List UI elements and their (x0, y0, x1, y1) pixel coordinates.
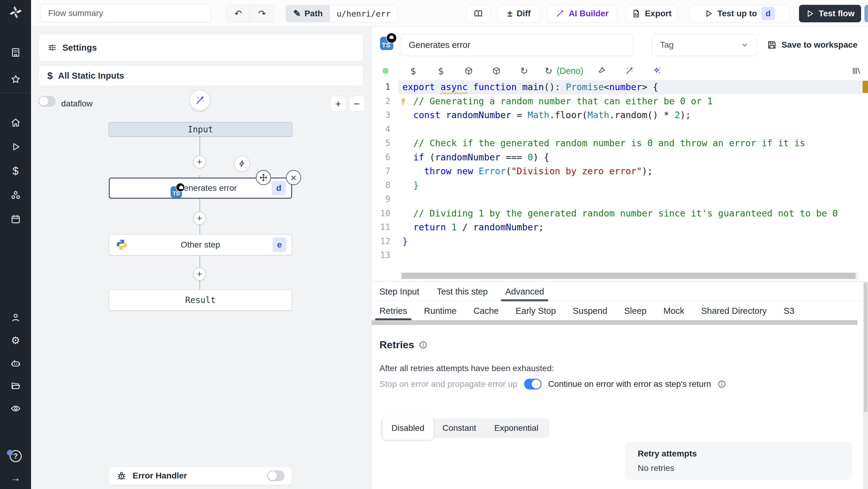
sidebar-item-workspace[interactable] (0, 43, 31, 62)
graph-node-generates-error[interactable]: TS Generates error d × (109, 178, 292, 199)
info-icon[interactable] (419, 341, 427, 349)
code-line[interactable]: 2 // Generating a random number that can… (372, 94, 868, 109)
graph-node-result[interactable]: Result (109, 289, 292, 310)
test-up-to-button[interactable]: Test up to d (690, 5, 789, 22)
lightbulb-icon[interactable] (399, 96, 408, 105)
library-panel-button[interactable] (852, 62, 861, 80)
subtab-suspend[interactable]: Suspend (572, 302, 607, 320)
typescript-deno-icon: TS (170, 184, 184, 198)
code-line[interactable]: 1export async function main(): Promise<n… (372, 80, 868, 94)
retry-mode-constant[interactable]: Constant (433, 419, 485, 438)
sidebar-item-users[interactable] (0, 308, 31, 327)
sidebar-item-folders[interactable] (0, 376, 31, 395)
add-step-button[interactable]: + (193, 267, 206, 281)
code-line[interactable]: 6 if (randomNumber === 0) { (372, 150, 868, 164)
subtab-shared-directory[interactable]: Shared Directory (701, 302, 767, 320)
flow-summary-input[interactable] (40, 4, 211, 22)
code-line[interactable]: 7 throw new Error("Division by zero erro… (372, 164, 868, 179)
retry-mode-disabled[interactable]: Disabled (382, 416, 433, 440)
panel-vertical-scrollbar[interactable] (863, 282, 868, 489)
code-line[interactable]: 13 (372, 248, 868, 263)
tab-advanced[interactable]: Advanced (505, 282, 544, 301)
code-line[interactable]: 9 (372, 192, 868, 207)
sidebar-item-variables[interactable]: $ (0, 161, 31, 181)
error-handler-toggle[interactable] (267, 470, 284, 481)
delete-step-button[interactable]: × (286, 170, 301, 185)
continue-on-error-option[interactable]: Continue on error with error as step's r… (548, 379, 711, 389)
package-button[interactable] (483, 66, 510, 75)
zoom-in-button[interactable]: + (330, 96, 346, 112)
sidebar-item-resources[interactable] (0, 186, 31, 205)
move-step-button[interactable] (256, 170, 271, 185)
code-line[interactable]: 8 } (372, 179, 868, 193)
export-file-icon (632, 9, 641, 18)
sidebar-item-schedules[interactable] (0, 210, 31, 229)
all-static-inputs-button[interactable]: $ All Static Inputs (38, 65, 364, 86)
continue-on-error-toggle[interactable] (524, 379, 541, 390)
subtab-cache[interactable]: Cache (473, 302, 499, 320)
dataflow-toggle[interactable] (38, 96, 56, 107)
variables-button[interactable]: $ (399, 65, 427, 76)
reload-button[interactable]: ↻ (510, 65, 538, 76)
sidebar-item-home[interactable] (0, 113, 31, 132)
flow-settings-button[interactable]: Settings (38, 34, 364, 61)
subtab-runtime[interactable]: Runtime (424, 302, 457, 320)
graph-node-other-step[interactable]: Other step e (109, 234, 292, 255)
save-to-workspace-button[interactable]: Save to workspace (767, 36, 858, 54)
sidebar-item-favorites[interactable] (0, 70, 31, 89)
tag-select[interactable]: Tag (652, 34, 757, 56)
ai-flow-wand-button[interactable] (190, 90, 210, 110)
error-handler-row[interactable]: Error Handler (109, 466, 292, 485)
path-button[interactable]: ✎ Path u/henri/err (286, 5, 398, 22)
subtab-retries[interactable]: Retries (379, 302, 407, 320)
subtab-sleep[interactable]: Sleep (624, 302, 647, 320)
graph-node-input[interactable]: Input (109, 122, 292, 136)
sidebar-item-help[interactable]: ? (0, 447, 31, 466)
reload-button[interactable]: ↻ (538, 65, 559, 76)
tab-step-input[interactable]: Step Input (379, 282, 419, 301)
code-editor[interactable]: 1export async function main(): Promise<n… (372, 80, 868, 280)
windmill-logo-icon[interactable] (0, 2, 31, 23)
sidebar-item-runs[interactable] (0, 137, 31, 156)
runtime-label: (Deno) (557, 66, 584, 76)
line-number: 11 (372, 220, 398, 235)
subtab-mock[interactable]: Mock (663, 302, 684, 320)
code-line[interactable]: 12} (372, 235, 868, 249)
divider (372, 301, 868, 301)
docs-button[interactable] (467, 5, 490, 22)
ai-generate-button[interactable] (643, 66, 671, 75)
subtab-early-stop[interactable]: Early Stop (516, 302, 556, 320)
stop-on-error-option[interactable]: Stop on error and propagate error up (379, 379, 518, 389)
code-line[interactable]: 5 // Check if the generated random numbe… (372, 136, 868, 150)
info-icon[interactable] (718, 380, 726, 388)
ai-builder-button[interactable]: AI Builder (547, 5, 617, 22)
export-button[interactable]: Export (626, 5, 677, 22)
ai-fix-button[interactable] (615, 66, 643, 75)
tab-test-this-step[interactable]: Test this step (437, 282, 488, 301)
zoom-out-button[interactable]: − (349, 96, 365, 112)
sidebar-item-collapse[interactable]: → (0, 468, 31, 488)
format-button[interactable] (588, 66, 615, 75)
undo-button[interactable]: ↶ (226, 5, 250, 22)
sidebar-item-settings[interactable]: ⚙ (0, 331, 31, 350)
sidebar-item-workers[interactable] (0, 354, 31, 373)
retry-mode-exponential[interactable]: Exponential (485, 419, 547, 438)
code-line[interactable]: 11 return 1 / randomNumber; (372, 220, 868, 235)
resources-button[interactable]: $ (427, 65, 455, 76)
package-button[interactable] (455, 66, 483, 75)
step-name-input[interactable] (401, 34, 633, 56)
redo-button[interactable]: ↷ (250, 5, 274, 22)
editor-horizontal-scrollbar[interactable] (401, 272, 859, 279)
subtabs-scrollbar[interactable] (372, 320, 858, 325)
code-line[interactable]: 4 (372, 122, 868, 136)
sidebar-item-audit-logs[interactable] (0, 399, 31, 418)
subtab-s3[interactable]: S3 (784, 302, 794, 320)
code-line[interactable]: 3 const randomNumber = Math.floor(Math.r… (372, 108, 868, 122)
trigger-button[interactable] (234, 156, 250, 172)
offscreen-button[interactable] (864, 5, 868, 22)
code-line[interactable]: 10 // Dividing 1 by the generated random… (372, 207, 868, 221)
diff-button[interactable]: ± Diff (498, 5, 540, 22)
add-step-button[interactable]: + (193, 212, 206, 225)
test-flow-button[interactable]: Test flow (799, 5, 861, 22)
add-step-button[interactable]: + (193, 155, 206, 169)
